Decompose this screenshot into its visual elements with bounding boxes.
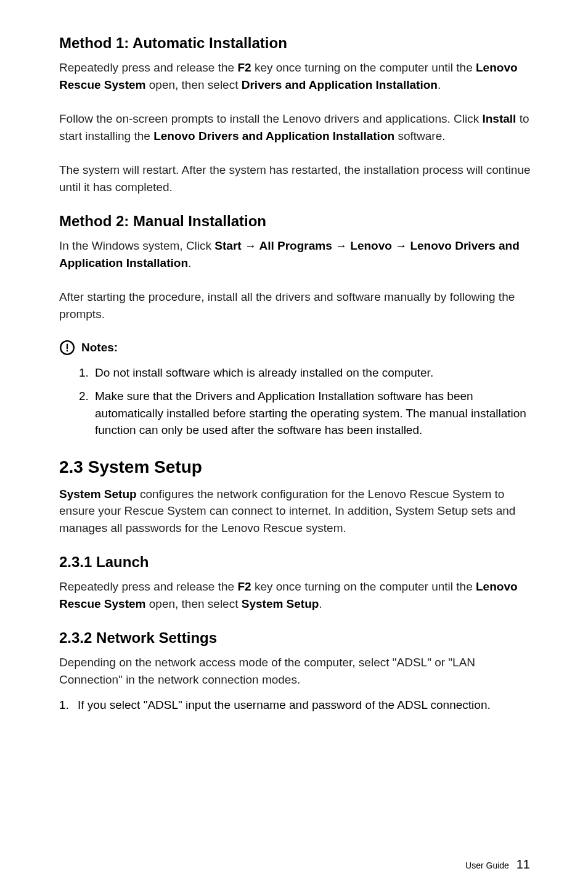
page-footer: User Guide 11 — [465, 857, 530, 872]
list-number: 1. — [59, 697, 78, 714]
f2-key: F2 — [237, 61, 251, 74]
list-text: Do not install software which is already… — [95, 364, 433, 382]
list-number: 2. — [79, 388, 95, 439]
text: . — [438, 78, 441, 91]
list-item: 1. Do not install software which is alre… — [79, 364, 533, 382]
text: key once turning on the computer until t… — [251, 580, 476, 593]
network-list: 1. If you select "ADSL" input the userna… — [59, 697, 533, 714]
method1-p1: Repeatedly press and release the F2 key … — [59, 59, 533, 93]
section-2-3-2-heading: 2.3.2 Network Settings — [59, 629, 533, 647]
list-number: 1. — [79, 364, 95, 382]
notes-header: Notes: — [59, 340, 533, 356]
method1-p2: Follow the on-screen prompts to install … — [59, 110, 533, 144]
method2-p1: In the Windows system, Click Start → All… — [59, 237, 533, 271]
method1-p3: The system will restart. After the syste… — [59, 161, 533, 195]
section-2-3-p1: System Setup configures the network conf… — [59, 486, 533, 537]
text: Repeatedly press and release the — [59, 61, 237, 74]
text: Follow the on-screen prompts to install … — [59, 112, 482, 125]
section-2-3-2-p1: Depending on the network access mode of … — [59, 654, 533, 688]
notes-list: 1. Do not install software which is alre… — [59, 364, 533, 438]
section-2-3-1-p1: Repeatedly press and release the F2 key … — [59, 578, 533, 612]
section-2-3-heading: 2.3 System Setup — [59, 457, 533, 477]
exclamation-circle-icon — [59, 340, 75, 356]
text: In the Windows system, Click — [59, 239, 214, 252]
notes-label: Notes: — [81, 341, 118, 354]
f2-key: F2 — [237, 580, 251, 593]
list-item: 2. Make sure that the Drivers and Applic… — [79, 388, 533, 439]
method2-p2: After starting the procedure, install al… — [59, 288, 533, 322]
method1-heading: Method 1: Automatic Installation — [59, 35, 533, 52]
page-number: 11 — [517, 857, 530, 871]
footer-label: User Guide — [465, 860, 509, 870]
list-item: 1. If you select "ADSL" input the userna… — [59, 697, 533, 714]
text: . — [188, 256, 191, 269]
text: open, then select — [145, 597, 241, 610]
install-label: Install — [482, 112, 516, 125]
method2-heading: Method 2: Manual Installation — [59, 213, 533, 230]
lenovo-drivers-app-install: Lenovo Drivers and Application Installat… — [153, 129, 394, 142]
list-text: Make sure that the Drivers and Applicati… — [95, 388, 533, 439]
section-2-3-1-heading: 2.3.1 Launch — [59, 554, 533, 571]
text: key once turning on the computer until t… — [251, 61, 476, 74]
svg-rect-2 — [67, 350, 68, 351]
text: software. — [394, 129, 445, 142]
drivers-app-install: Drivers and Application Installation — [242, 78, 438, 91]
list-text: If you select "ADSL" input the username … — [78, 697, 491, 714]
text: open, then select — [145, 78, 241, 91]
svg-rect-1 — [67, 344, 68, 349]
text: Repeatedly press and release the — [59, 580, 237, 593]
system-setup-select: System Setup — [242, 597, 319, 610]
system-setup-label: System Setup — [59, 488, 137, 501]
text: . — [319, 597, 322, 610]
